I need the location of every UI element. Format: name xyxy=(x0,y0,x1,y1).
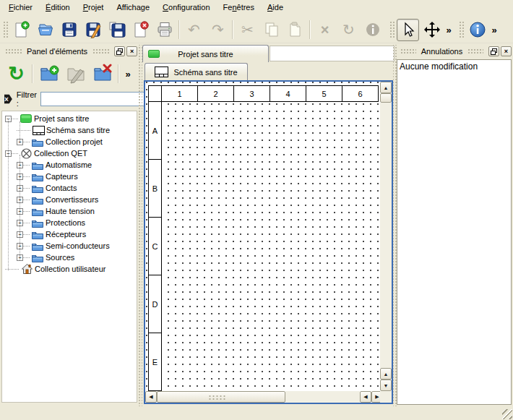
tree-connector xyxy=(23,257,30,258)
tree-item-capteurs[interactable]: +Capteurs xyxy=(2,171,137,182)
delete-button[interactable]: × xyxy=(314,19,336,41)
tree-item-collection-qet[interactable]: −Collection QET xyxy=(2,147,137,159)
elements-panel-toolbar: ↻ xyxy=(1,58,137,90)
scrollbar-corner xyxy=(380,391,392,403)
vertical-scroll-thumb[interactable] xyxy=(380,93,392,103)
undo-button[interactable]: ↶ xyxy=(183,19,205,41)
tree-item-label: Contacts xyxy=(46,184,77,192)
move-view-button[interactable] xyxy=(421,19,443,41)
tree-guide-line xyxy=(8,119,9,270)
tree-item-label: Schéma sans titre xyxy=(46,126,110,134)
tree-connector xyxy=(12,119,18,119)
tree-item-label: Collection utilisateur xyxy=(35,265,105,273)
copy-icon xyxy=(263,21,280,38)
delete-category-button[interactable] xyxy=(89,61,116,87)
collections-tree: −Projet sans titreSchéma sans titre+Coll… xyxy=(1,111,137,403)
edit-category-button[interactable] xyxy=(62,61,89,87)
close-document-button[interactable] xyxy=(129,19,152,41)
info-overflow-button[interactable]: » xyxy=(489,25,499,35)
float-panel-button[interactable] xyxy=(114,46,125,56)
close-panel-button[interactable]: × xyxy=(501,46,512,56)
scroll-left-button-2[interactable]: ◀ xyxy=(360,391,371,403)
save-all-button[interactable] xyxy=(105,19,128,41)
tree-item-contacts[interactable]: +Contacts xyxy=(2,182,137,194)
horizontal-scroll-thumb[interactable] xyxy=(157,391,285,403)
tab-diagram[interactable]: Schéma sans titre xyxy=(145,63,248,80)
tree-item-convertisseurs[interactable]: +Convertisseurs xyxy=(2,194,137,205)
tree-item-recepteurs[interactable]: +Récepteurs xyxy=(2,228,137,240)
tree-connector xyxy=(23,188,30,189)
paste-button[interactable] xyxy=(284,19,306,41)
main-toolbar: ↶ ↷ ✂ × ↻ xyxy=(0,17,513,43)
toolbar-separator xyxy=(32,64,33,83)
save-button[interactable] xyxy=(58,19,80,41)
folder-icon xyxy=(32,172,43,181)
toolbar-drag-handle[interactable] xyxy=(2,20,9,39)
menu-edition[interactable]: Édition xyxy=(39,0,77,17)
menu-affichage[interactable]: Affichage xyxy=(110,0,156,17)
redo-button[interactable]: ↷ xyxy=(207,19,229,41)
tools-overflow-button[interactable]: » xyxy=(444,25,454,35)
column-header-1: 1 xyxy=(161,85,198,102)
tree-item-schema-sans-titre[interactable]: Schéma sans titre xyxy=(2,124,137,136)
new-document-button[interactable] xyxy=(10,19,33,41)
element-info-button[interactable] xyxy=(361,19,384,41)
undo-panel-titlebar[interactable]: Annulations × xyxy=(397,45,512,58)
close-panel-button[interactable]: × xyxy=(126,46,137,56)
filter-input[interactable] xyxy=(40,92,149,106)
tree-item-semi-conducteurs[interactable]: +Semi-conducteurs xyxy=(2,240,137,252)
folder-icon xyxy=(32,241,43,251)
tree-item-collection-projet[interactable]: +Collection projet xyxy=(2,136,137,147)
tree-item-automatisme[interactable]: +Automatisme xyxy=(2,159,137,171)
menu-fenetres[interactable]: Fenêtres xyxy=(217,0,261,17)
toolbar-drag-handle[interactable] xyxy=(389,20,395,39)
about-button[interactable] xyxy=(466,19,488,41)
new-category-button[interactable] xyxy=(35,61,62,87)
menu-aide[interactable]: Aide xyxy=(261,0,290,17)
tree-item-sources[interactable]: +Sources xyxy=(2,252,137,263)
folder-icon xyxy=(32,218,43,228)
tree-item-label: Collection QET xyxy=(34,149,87,158)
cut-button[interactable]: ✂ xyxy=(236,19,259,41)
undo-icon: ↶ xyxy=(188,22,200,37)
selection-pointer-button[interactable] xyxy=(397,19,419,41)
folder-icon xyxy=(32,184,43,193)
tree-item-haute-tension[interactable]: +Haute tension xyxy=(2,205,137,217)
toolbar-drag-handle[interactable] xyxy=(458,20,465,39)
tree-item-collection-utilisateur[interactable]: Collection utilisateur xyxy=(2,263,137,275)
float-icon xyxy=(116,48,123,55)
panel-toolbar-overflow-button[interactable]: » xyxy=(123,69,133,80)
resize-grip[interactable] xyxy=(502,409,512,419)
horizontal-scroll-track[interactable] xyxy=(285,391,360,403)
float-panel-button[interactable] xyxy=(488,46,499,56)
undo-list-item[interactable]: Aucune modification xyxy=(397,60,511,73)
save-as-button[interactable] xyxy=(82,19,104,41)
clear-filter-button[interactable]: × xyxy=(4,94,12,105)
edit-category-icon xyxy=(66,64,86,84)
scroll-left-button[interactable]: ◀ xyxy=(145,391,157,403)
tree-item-protections[interactable]: +Protections xyxy=(2,217,137,228)
left-splitter-handle[interactable] xyxy=(137,45,142,406)
diagram-canvas[interactable]: 123456ABCDE xyxy=(145,82,380,391)
tree-connector xyxy=(23,200,30,200)
scroll-up-button-2[interactable]: ▲ xyxy=(380,368,392,380)
tree-item-projet-sans-titre[interactable]: −Projet sans titre xyxy=(2,113,137,124)
reload-collections-button[interactable]: ↻ xyxy=(3,61,30,87)
elements-panel-titlebar[interactable]: Panel d'éléments × xyxy=(1,45,137,58)
copy-button[interactable] xyxy=(260,19,283,41)
vertical-scroll-track[interactable] xyxy=(380,103,392,368)
scroll-down-button[interactable]: ▼ xyxy=(380,380,392,391)
print-button[interactable] xyxy=(153,19,176,41)
project-tabbar: Projet sans titre xyxy=(142,45,395,62)
open-document-button[interactable] xyxy=(34,19,56,41)
scroll-up-button[interactable]: ▲ xyxy=(380,82,392,93)
rotate-button[interactable]: ↻ xyxy=(337,19,360,41)
column-header-6: 6 xyxy=(342,85,379,102)
menu-configuration[interactable]: Configuration xyxy=(156,0,216,17)
menu-bar: FichierÉditionProjetAffichageConfigurati… xyxy=(0,0,513,17)
open-document-icon xyxy=(37,21,54,38)
tab-project[interactable]: Projet sans titre xyxy=(142,45,269,62)
diagram-icon xyxy=(155,67,168,77)
menu-fichier[interactable]: Fichier xyxy=(2,0,39,17)
menu-projet[interactable]: Projet xyxy=(77,0,111,17)
